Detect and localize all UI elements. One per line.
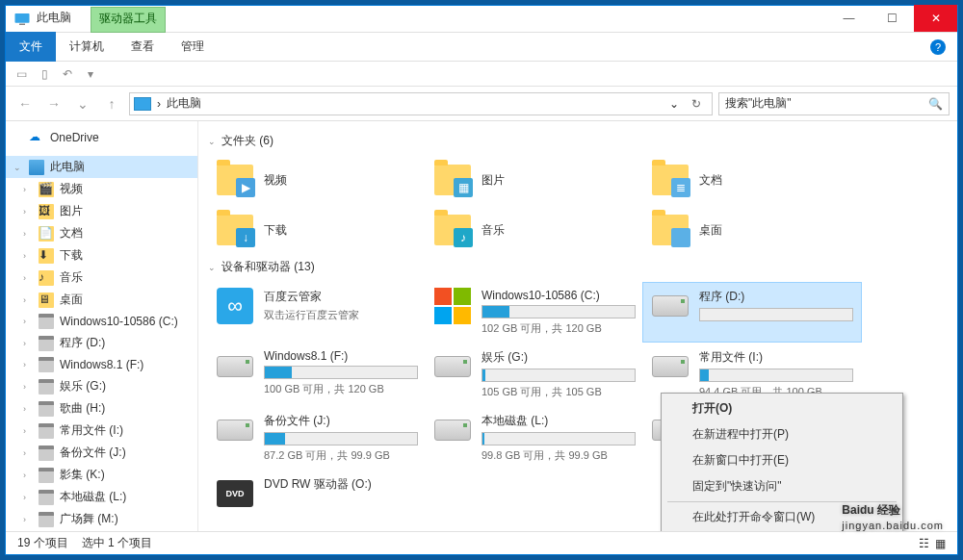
nav-item[interactable]: ›♪音乐	[6, 267, 197, 289]
nav-this-pc[interactable]: ⌄此电脑	[6, 156, 197, 178]
context-menu-item[interactable]: 在新进程中打开(P)	[664, 421, 900, 447]
refresh-button[interactable]: ↻	[685, 97, 708, 111]
context-menu-item[interactable]: 🔒启用 BitLocker(B)	[664, 530, 900, 531]
forward-button[interactable]: →	[42, 92, 65, 115]
undo-icon[interactable]: ↶	[60, 66, 75, 82]
nav-item[interactable]: ›本地磁盘 (L:)	[6, 486, 197, 508]
drive-item[interactable]: Windows10-10586 (C:)102 GB 可用，共 120 GB	[426, 283, 643, 342]
breadcrumb[interactable]: 此电脑	[167, 95, 664, 112]
view-details-icon[interactable]: ☷	[919, 537, 929, 550]
folder-item[interactable]: ▶视频	[208, 157, 426, 203]
tab-view[interactable]: 查看	[117, 32, 168, 62]
close-button[interactable]: ✕	[914, 5, 957, 32]
svg-rect-0	[15, 13, 30, 23]
explorer-window: 此电脑 驱动器工具 — ☐ ✕ 文件 计算机 查看 管理 ? ▭ ▯ ↶ ▾ ←…	[5, 5, 958, 555]
folder-item[interactable]: ♪音乐	[426, 207, 643, 253]
recent-dropdown[interactable]: ⌄	[71, 92, 94, 115]
nav-item[interactable]: ›📄文档	[6, 222, 197, 244]
view-large-icon[interactable]: ▦	[935, 537, 946, 550]
ribbon-tabs: 文件 计算机 查看 管理 ?	[6, 33, 957, 62]
tab-file[interactable]: 文件	[6, 32, 56, 62]
nav-item[interactable]: ›常用文件 (I:)	[6, 420, 197, 442]
address-pc-icon	[134, 97, 151, 111]
folder-item[interactable]: 桌面	[643, 207, 861, 253]
drive-item[interactable]: 备份文件 (J:)87.2 GB 可用，共 99.9 GB	[208, 407, 426, 469]
context-menu-item[interactable]: 在此处打开命令窗口(W)	[664, 504, 900, 530]
up-button[interactable]: ↑	[100, 92, 123, 115]
nav-item[interactable]: ›🖼图片	[6, 200, 197, 222]
nav-onedrive[interactable]: ☁OneDrive	[6, 127, 197, 148]
folders-group-header[interactable]: ⌄文件夹 (6)	[208, 133, 948, 149]
address-bar-row: ← → ⌄ ↑ › 此电脑 ⌄ ↻ 搜索"此电脑" 🔍	[6, 87, 957, 121]
svg-rect-1	[19, 24, 25, 26]
drive-item[interactable]: Windows8.1 (F:)100 GB 可用，共 120 GB	[208, 344, 426, 405]
minimize-button[interactable]: —	[827, 5, 871, 32]
nav-item[interactable]: ›备份文件 (J:)	[6, 442, 197, 464]
nav-item[interactable]: ›歌曲 (H:)	[6, 397, 197, 420]
nav-item[interactable]: ›广场舞 (M:)	[6, 508, 197, 530]
drives-group-header[interactable]: ⌄设备和驱动器 (13)	[208, 259, 948, 275]
drive-item[interactable]: 程序 (D:)	[643, 283, 861, 342]
window-title: 此电脑	[37, 10, 71, 26]
folder-item[interactable]: ≣文档	[643, 157, 861, 203]
selection-count: 选中 1 个项目	[82, 535, 152, 551]
item-count: 19 个项目	[17, 535, 68, 551]
folder-item[interactable]: ▦图片	[426, 157, 643, 203]
this-pc-icon	[13, 11, 31, 28]
tab-manage[interactable]: 管理	[168, 32, 218, 62]
search-icon: 🔍	[928, 97, 943, 111]
nav-item[interactable]: ›(N:)	[6, 530, 197, 531]
address-bar[interactable]: › 此电脑 ⌄ ↻	[129, 92, 713, 115]
status-bar: 19 个项目 选中 1 个项目 ☷ ▦	[6, 531, 957, 554]
drive-item[interactable]: ∞百度云管家双击运行百度云管家	[208, 283, 426, 342]
quick-access-toolbar: ▭ ▯ ↶ ▾	[6, 62, 957, 87]
folder-item[interactable]: ↓下载	[208, 207, 426, 253]
back-button[interactable]: ←	[13, 92, 37, 115]
breadcrumb-dropdown[interactable]: ⌄	[669, 97, 679, 111]
nav-item[interactable]: ›娱乐 (G:)	[6, 375, 197, 397]
help-icon[interactable]: ?	[930, 39, 946, 55]
new-folder-icon[interactable]: ▯	[37, 66, 52, 82]
context-menu-item[interactable]: 固定到"快速访问"	[664, 473, 900, 499]
title-bar: 此电脑 驱动器工具 — ☐ ✕	[6, 6, 957, 33]
properties-icon[interactable]: ▭	[13, 66, 29, 82]
drive-item[interactable]: DVDDVD RW 驱动器 (O:)	[208, 471, 426, 517]
drive-tools-context-tab[interactable]: 驱动器工具	[91, 7, 166, 33]
nav-item[interactable]: ›🖥桌面	[6, 289, 197, 311]
context-menu-item[interactable]: 在新窗口中打开(E)	[664, 447, 900, 473]
nav-item[interactable]: ›Windows8.1 (F:)	[6, 354, 197, 375]
maximize-button[interactable]: ☐	[871, 5, 914, 32]
drive-item[interactable]: 娱乐 (G:)105 GB 可用，共 105 GB	[426, 344, 643, 405]
nav-item[interactable]: ›影集 (K:)	[6, 464, 197, 486]
nav-item[interactable]: ›Windows10-10586 (C:)	[6, 311, 197, 332]
context-menu-item[interactable]: 打开(O)	[664, 395, 900, 421]
tab-computer[interactable]: 计算机	[56, 32, 117, 62]
nav-item[interactable]: ›🎬视频	[6, 178, 197, 200]
search-input[interactable]: 搜索"此电脑" 🔍	[718, 92, 950, 115]
drive-item[interactable]: 本地磁盘 (L:)99.8 GB 可用，共 99.9 GB	[426, 407, 643, 469]
search-placeholder: 搜索"此电脑"	[725, 95, 792, 112]
qat-dropdown-icon[interactable]: ▾	[83, 66, 98, 82]
navigation-pane[interactable]: ☁OneDrive ⌄此电脑 ›🎬视频›🖼图片›📄文档›⬇下载›♪音乐›🖥桌面›…	[6, 121, 198, 531]
context-menu: 打开(O)在新进程中打开(P)在新窗口中打开(E)固定到"快速访问"在此处打开命…	[661, 393, 903, 531]
nav-item[interactable]: ›⬇下载	[6, 244, 197, 267]
nav-item[interactable]: ›程序 (D:)	[6, 332, 197, 354]
